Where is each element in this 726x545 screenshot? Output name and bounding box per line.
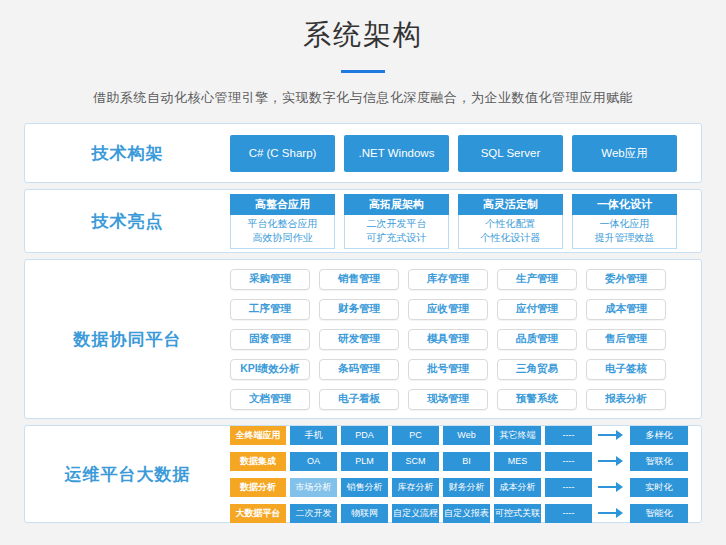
ops-chip[interactable]: MES (494, 452, 541, 471)
module-pill[interactable]: 应收管理 (408, 299, 488, 320)
module-pill[interactable]: 售后管理 (586, 329, 666, 350)
ops-chip[interactable]: 物联网 (341, 504, 388, 523)
ops-chip[interactable]: 成本分析 (494, 478, 541, 497)
ops-chip[interactable]: PLM (341, 452, 388, 471)
module-pill[interactable]: 采购管理 (230, 269, 310, 290)
module-pill[interactable]: 研发管理 (319, 329, 399, 350)
ops-result-chip[interactable]: 实时化 (630, 478, 688, 497)
module-pill[interactable]: 财务管理 (319, 299, 399, 320)
ops-chip[interactable]: 财务分析 (443, 478, 490, 497)
ops-chip[interactable]: 可控式关联 (494, 504, 541, 523)
highlight-card: 高整合应用 平台化整合应用 高效协同作业 (230, 194, 335, 249)
module-pill[interactable]: 报表分析 (586, 389, 666, 410)
tech-highlights-cards: 高整合应用 平台化整合应用 高效协同作业 高拓展架构 二次开发平台 可扩充式设计… (230, 194, 686, 249)
ops-chip[interactable]: PC (392, 426, 439, 445)
ops-chip[interactable]: 市场分析 (290, 478, 337, 497)
tech-framework-button[interactable]: SQL Server (458, 135, 563, 172)
tech-framework-button[interactable]: C# (C Sharp) (230, 135, 335, 172)
module-pill[interactable]: 电子看板 (319, 389, 399, 410)
highlight-line: 可扩充式设计 (345, 231, 448, 245)
system-architecture-page: 系统架构 借助系统自动化核心管理引擎，实现数字化与信息化深度融合，为企业数值化管… (0, 0, 726, 545)
highlight-card-body: 平台化整合应用 高效协同作业 (230, 215, 335, 249)
ops-chip[interactable]: 销售分析 (341, 478, 388, 497)
module-pill[interactable]: 模具管理 (408, 329, 488, 350)
title-underline (341, 70, 385, 73)
ops-chip[interactable]: PDA (341, 426, 388, 445)
module-pill[interactable]: 电子签核 (586, 359, 666, 380)
module-pill[interactable]: 委外管理 (586, 269, 666, 290)
module-pill[interactable]: 成本管理 (586, 299, 666, 320)
highlight-card-body: 一体化应用 提升管理效益 (572, 215, 677, 249)
module-pill[interactable]: 固资管理 (230, 329, 310, 350)
ops-chip[interactable]: 手机 (290, 426, 337, 445)
highlight-card-body: 二次开发平台 可扩充式设计 (344, 215, 449, 249)
highlight-line: 二次开发平台 (345, 217, 448, 231)
ops-chip[interactable]: 自定义报表 (443, 504, 490, 523)
module-pill[interactable]: 品质管理 (497, 329, 577, 350)
module-pill[interactable]: 工序管理 (230, 299, 310, 320)
module-pill[interactable]: 文档管理 (230, 389, 310, 410)
data-platform-card: 数据协同平台 采购管理 销售管理 库存管理 生产管理 委外管理 工序管理 财务管… (24, 259, 702, 419)
tech-highlights-card: 技术亮点 高整合应用 平台化整合应用 高效协同作业 高拓展架构 二次开发平台 可… (24, 189, 702, 253)
ops-platform-card: 运维平台大数据 全终端应用 手机 PDA PC Web 其它终端 ---- 多样… (24, 425, 702, 523)
ops-chip-ellipsis[interactable]: ---- (545, 426, 592, 445)
ops-category-tag[interactable]: 数据集成 (230, 452, 286, 471)
highlight-line: 高效协同作业 (231, 231, 334, 245)
module-pill[interactable]: 条码管理 (319, 359, 399, 380)
tech-framework-button[interactable]: Web应用 (572, 135, 677, 172)
ops-chip[interactable]: 自定义流程 (392, 504, 439, 523)
ops-chip[interactable]: 库存分析 (392, 478, 439, 497)
ops-chip[interactable]: Web (443, 426, 490, 445)
flow-arrow-icon (598, 430, 624, 440)
ops-category-tag[interactable]: 大数据平台 (230, 504, 286, 523)
ops-row-terminals: 全终端应用 手机 PDA PC Web 其它终端 ---- 多样化 (230, 426, 688, 445)
module-pill[interactable]: 三角贸易 (497, 359, 577, 380)
highlight-card-body: 个性化配置 个性化设计器 (458, 215, 563, 249)
tech-framework-card: 技术构架 C# (C Sharp) .NET Windows SQL Serve… (24, 123, 702, 183)
tech-framework-buttons: C# (C Sharp) .NET Windows SQL Server Web… (230, 135, 686, 172)
page-title: 系统架构 (0, 13, 726, 57)
data-platform-label: 数据协同平台 (25, 328, 230, 351)
highlight-line: 个性化配置 (459, 217, 562, 231)
ops-row-integration: 数据集成 OA PLM SCM BI MES ---- 智联化 (230, 452, 688, 471)
module-pill[interactable]: 生产管理 (497, 269, 577, 290)
module-pill[interactable]: 预警系统 (497, 389, 577, 410)
ops-chip[interactable]: 其它终端 (494, 426, 541, 445)
tech-highlights-label: 技术亮点 (25, 210, 230, 233)
ops-chip[interactable]: OA (290, 452, 337, 471)
ops-chip-ellipsis[interactable]: ---- (545, 504, 592, 523)
ops-result-chip[interactable]: 智联化 (630, 452, 688, 471)
module-pill[interactable]: 批号管理 (408, 359, 488, 380)
tech-framework-button[interactable]: .NET Windows (344, 135, 449, 172)
module-pill[interactable]: 销售管理 (319, 269, 399, 290)
highlight-line: 个性化设计器 (459, 231, 562, 245)
ops-result-chip[interactable]: 智能化 (630, 504, 688, 523)
ops-category-tag[interactable]: 数据分析 (230, 478, 286, 497)
highlight-card: 高灵活定制 个性化配置 个性化设计器 (458, 194, 563, 249)
module-pill[interactable]: 现场管理 (408, 389, 488, 410)
highlight-card-title: 高灵活定制 (458, 194, 563, 215)
highlight-line: 一体化应用 (573, 217, 676, 231)
flow-arrow-icon (598, 508, 624, 518)
page-subtitle: 借助系统自动化核心管理引擎，实现数字化与信息化深度融合，为企业数值化管理应用赋能 (0, 89, 726, 107)
highlight-card-title: 一体化设计 (572, 194, 677, 215)
highlight-line: 平台化整合应用 (231, 217, 334, 231)
ops-chip[interactable]: SCM (392, 452, 439, 471)
hero-section: 系统架构 借助系统自动化核心管理引擎，实现数字化与信息化深度融合，为企业数值化管… (0, 0, 726, 107)
highlight-card: 高拓展架构 二次开发平台 可扩充式设计 (344, 194, 449, 249)
ops-rows: 全终端应用 手机 PDA PC Web 其它终端 ---- 多样化 数据集成 O… (230, 426, 688, 523)
flow-arrow-icon (598, 482, 624, 492)
module-pill[interactable]: 应付管理 (497, 299, 577, 320)
ops-chip-ellipsis[interactable]: ---- (545, 478, 592, 497)
ops-row-bigdata: 大数据平台 二次开发 物联网 自定义流程 自定义报表 可控式关联 ---- 智能… (230, 504, 688, 523)
ops-chip[interactable]: 二次开发 (290, 504, 337, 523)
module-pill[interactable]: 库存管理 (408, 269, 488, 290)
ops-row-analysis: 数据分析 市场分析 销售分析 库存分析 财务分析 成本分析 ---- 实时化 (230, 478, 688, 497)
ops-category-tag[interactable]: 全终端应用 (230, 426, 286, 445)
ops-result-chip[interactable]: 多样化 (630, 426, 688, 445)
ops-platform-label: 运维平台大数据 (25, 463, 230, 486)
module-pill[interactable]: KPI绩效分析 (230, 359, 310, 380)
module-grid: 采购管理 销售管理 库存管理 生产管理 委外管理 工序管理 财务管理 应收管理 … (230, 269, 666, 410)
ops-chip[interactable]: BI (443, 452, 490, 471)
ops-chip-ellipsis[interactable]: ---- (545, 452, 592, 471)
